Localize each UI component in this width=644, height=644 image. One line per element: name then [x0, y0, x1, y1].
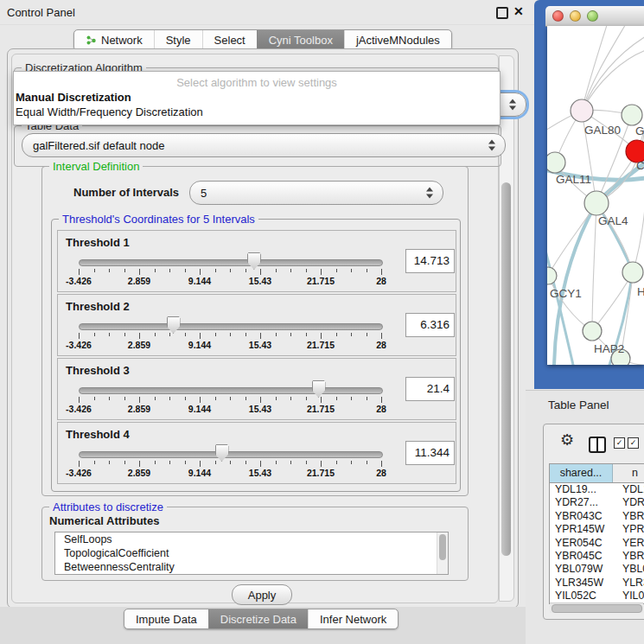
checkbox-icon[interactable]: ✓	[628, 437, 639, 449]
slider-tick	[215, 269, 216, 272]
slider-tick	[306, 397, 307, 400]
list-item[interactable]: TopologicalCoefficient	[55, 546, 448, 560]
network-node-pink[interactable]	[571, 99, 593, 122]
slider-tick	[79, 461, 80, 467]
slider-tick	[245, 333, 246, 336]
list-item[interactable]: SelfLoops	[55, 532, 448, 546]
slider-tick	[215, 461, 216, 464]
list-item[interactable]: BetweennessCentrality	[55, 560, 448, 574]
tab-discretize-data[interactable]: Discretize Data	[208, 609, 308, 628]
tab-style[interactable]: Style	[154, 30, 202, 50]
table-row[interactable]: YIL052CYIL0	[550, 590, 644, 603]
number-of-intervals-combo[interactable]: 5	[189, 181, 443, 205]
slider-tick	[169, 333, 170, 336]
slider-tick	[230, 269, 231, 272]
minimize-traffic-light-icon[interactable]	[570, 10, 581, 22]
tick-label: 2.859	[128, 468, 150, 478]
slider-tick	[351, 269, 352, 272]
threshold-value-field[interactable]: 6.316	[405, 313, 455, 337]
tab-jactivemnodules[interactable]: jActiveMNodules	[344, 30, 451, 50]
tab-label: Style	[166, 34, 191, 47]
slider-tick	[306, 333, 307, 336]
slider-tick	[94, 333, 95, 336]
slider-track[interactable]	[79, 323, 383, 330]
slider-tick	[79, 397, 80, 403]
table-row[interactable]: YDR27...YDR2	[550, 496, 644, 509]
table-row[interactable]: YER054CYER0	[550, 537, 644, 550]
menu-item[interactable]: Manual Discretization	[16, 91, 131, 105]
network-canvas[interactable]: GAL80GACGAL11GAL4GCY1HHAP2	[547, 26, 644, 365]
tab-label: jActiveMNodules	[356, 34, 440, 47]
zoom-traffic-light-icon[interactable]	[587, 10, 598, 22]
tab-impute-data[interactable]: Impute Data	[124, 609, 208, 628]
network-edge	[548, 203, 596, 276]
table-row[interactable]: YLR345WYLR3	[550, 577, 644, 590]
threshold-value-field[interactable]: 14.713	[405, 249, 455, 273]
tick-label: 28	[376, 276, 386, 286]
network-node-green[interactable]	[584, 191, 609, 215]
float-window-icon[interactable]	[496, 7, 508, 19]
slider-tick	[230, 333, 231, 336]
slider-handle[interactable]	[247, 252, 261, 270]
network-node-green[interactable]	[583, 322, 602, 341]
threshold-value-field[interactable]: 21.4	[405, 377, 455, 401]
slider-tick	[109, 269, 110, 272]
table-cell: YLR345W	[550, 577, 618, 590]
tab-infer-network[interactable]: Infer Network	[308, 609, 398, 628]
slider-track[interactable]	[79, 451, 383, 458]
slider-tick	[276, 269, 277, 272]
table-cell: YER054C	[550, 537, 618, 550]
table-row[interactable]: YPR145WYPR1	[550, 523, 644, 536]
combo-stepper-icon	[488, 140, 495, 151]
slider-tick	[185, 269, 186, 272]
network-node-green[interactable]	[547, 267, 557, 284]
slider-tick	[109, 397, 110, 400]
tick-label: -3.426	[66, 404, 92, 414]
network-window-titlebar[interactable]	[545, 6, 644, 27]
slider-tick	[321, 397, 322, 403]
slider-handle[interactable]	[215, 444, 229, 462]
table-row[interactable]: YBR043CYBR0	[550, 510, 644, 523]
menu-item[interactable]: Equal Width/Frequency Discretization	[16, 105, 203, 119]
close-traffic-light-icon[interactable]	[552, 10, 564, 22]
threshold-value-field[interactable]: 11.344	[405, 441, 455, 465]
close-icon[interactable]: ✕	[513, 4, 524, 18]
numerical-attributes-list[interactable]: SelfLoopsTopologicalCoefficientBetweenne…	[54, 532, 449, 575]
table-row[interactable]: YDL19...YDL1	[550, 483, 644, 496]
checkbox-icon[interactable]: ✓	[614, 437, 625, 449]
gear-icon[interactable]: ⚙	[560, 432, 574, 448]
list-scrollbar-thumb[interactable]	[439, 534, 446, 560]
tab-select[interactable]: Select	[202, 30, 257, 50]
tick-label: 15.43	[249, 468, 271, 478]
table-horizontal-scrollbar[interactable]	[550, 603, 643, 613]
tab-cyni-toolbox[interactable]: Cyni Toolbox	[257, 30, 344, 50]
slider-tick	[109, 333, 110, 336]
node-label: H	[637, 285, 644, 298]
table-cell: YDL1	[618, 483, 644, 496]
column-header-name[interactable]: n	[613, 464, 644, 482]
hscrollbar-thumb[interactable]	[552, 604, 642, 613]
node-label: GA	[635, 124, 644, 137]
network-node-green[interactable]	[622, 262, 643, 283]
tick-label: 21.715	[307, 276, 335, 286]
slider-track[interactable]	[79, 259, 383, 266]
slider-tick	[306, 269, 307, 272]
table-row[interactable]: YBL079WYBL0	[550, 563, 644, 576]
slider-handle[interactable]	[312, 380, 326, 398]
tab-network[interactable]: Network	[74, 30, 154, 50]
network-node-green[interactable]	[547, 152, 565, 173]
table-cell: YDL19...	[550, 483, 618, 496]
node-label: GAL4	[598, 214, 628, 227]
apply-button[interactable]: Apply	[232, 584, 292, 605]
column-header-shared-name[interactable]: shared...	[550, 464, 613, 482]
combo-stepper-icon	[509, 99, 516, 111]
slider-handle[interactable]	[167, 316, 181, 334]
slider-tick	[351, 397, 352, 400]
table-row[interactable]: YBR045CYBR0	[550, 550, 644, 563]
network-node-green[interactable]	[622, 105, 642, 125]
slider-track[interactable]	[79, 387, 383, 394]
split-view-icon[interactable]	[589, 437, 606, 453]
scrollbar-thumb[interactable]	[501, 182, 511, 556]
table-data-combo[interactable]: galFiltered.sif default node	[22, 133, 506, 157]
list-scrollbar[interactable]	[437, 532, 448, 574]
